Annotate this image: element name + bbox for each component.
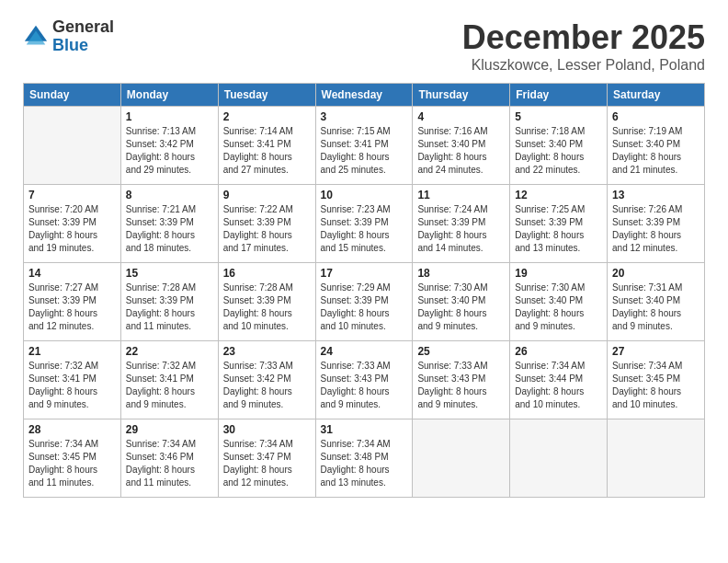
day-info: Sunrise: 7:30 AM Sunset: 3:40 PM Dayligh… (417, 282, 505, 333)
day-number: 5 (515, 110, 602, 123)
calendar-cell: 26Sunrise: 7:34 AM Sunset: 3:44 PM Dayli… (510, 341, 608, 419)
day-info: Sunrise: 7:34 AM Sunset: 3:47 PM Dayligh… (223, 438, 311, 489)
title-section: December 2025 Kluszkowce, Lesser Poland,… (462, 18, 705, 74)
day-info: Sunrise: 7:33 AM Sunset: 3:43 PM Dayligh… (321, 360, 408, 411)
day-info: Sunrise: 7:34 AM Sunset: 3:46 PM Dayligh… (126, 438, 213, 489)
calendar-cell: 27Sunrise: 7:34 AM Sunset: 3:45 PM Dayli… (608, 341, 705, 419)
calendar-cell: 29Sunrise: 7:34 AM Sunset: 3:46 PM Dayli… (120, 419, 218, 498)
day-number: 13 (612, 189, 700, 201)
calendar-cell: 9Sunrise: 7:22 AM Sunset: 3:39 PM Daylig… (218, 185, 315, 263)
day-number: 4 (417, 110, 505, 123)
day-number: 8 (126, 189, 213, 201)
calendar-cell (413, 419, 510, 498)
calendar-header-saturday: Saturday (608, 84, 705, 107)
day-number: 15 (126, 267, 213, 280)
day-number: 18 (417, 267, 505, 280)
location-title: Kluszkowce, Lesser Poland, Poland (462, 57, 705, 74)
calendar-cell: 22Sunrise: 7:32 AM Sunset: 3:41 PM Dayli… (120, 341, 218, 419)
day-info: Sunrise: 7:23 AM Sunset: 3:39 PM Dayligh… (321, 203, 408, 255)
calendar-cell: 25Sunrise: 7:33 AM Sunset: 3:43 PM Dayli… (413, 341, 510, 419)
logo-icon (23, 24, 49, 50)
calendar-cell: 15Sunrise: 7:28 AM Sunset: 3:39 PM Dayli… (120, 263, 218, 341)
calendar-cell: 1Sunrise: 7:13 AM Sunset: 3:42 PM Daylig… (120, 107, 218, 185)
calendar-header-tuesday: Tuesday (218, 84, 315, 107)
day-number: 10 (321, 189, 408, 201)
day-number: 30 (223, 423, 311, 436)
week-row-1: 1Sunrise: 7:13 AM Sunset: 3:42 PM Daylig… (24, 107, 705, 185)
week-row-3: 14Sunrise: 7:27 AM Sunset: 3:39 PM Dayli… (24, 263, 705, 341)
calendar-header-wednesday: Wednesday (315, 84, 413, 107)
day-info: Sunrise: 7:15 AM Sunset: 3:41 PM Dayligh… (321, 125, 408, 177)
day-info: Sunrise: 7:20 AM Sunset: 3:39 PM Dayligh… (28, 203, 116, 255)
day-info: Sunrise: 7:33 AM Sunset: 3:43 PM Dayligh… (417, 360, 505, 411)
calendar-cell: 17Sunrise: 7:29 AM Sunset: 3:39 PM Dayli… (315, 263, 413, 341)
day-number: 3 (321, 110, 408, 123)
day-number: 12 (515, 189, 602, 201)
day-info: Sunrise: 7:25 AM Sunset: 3:39 PM Dayligh… (515, 203, 602, 255)
day-number: 9 (223, 189, 311, 201)
day-number: 29 (126, 423, 213, 436)
calendar-cell: 7Sunrise: 7:20 AM Sunset: 3:39 PM Daylig… (24, 185, 121, 263)
day-number: 27 (612, 345, 700, 358)
calendar-cell: 3Sunrise: 7:15 AM Sunset: 3:41 PM Daylig… (315, 107, 413, 185)
day-info: Sunrise: 7:34 AM Sunset: 3:45 PM Dayligh… (28, 438, 116, 489)
day-number: 6 (612, 110, 700, 123)
calendar-cell: 18Sunrise: 7:30 AM Sunset: 3:40 PM Dayli… (413, 263, 510, 341)
calendar: SundayMondayTuesdayWednesdayThursdayFrid… (23, 83, 705, 498)
day-info: Sunrise: 7:14 AM Sunset: 3:41 PM Dayligh… (223, 125, 311, 177)
day-info: Sunrise: 7:34 AM Sunset: 3:44 PM Dayligh… (515, 360, 602, 411)
calendar-cell: 30Sunrise: 7:34 AM Sunset: 3:47 PM Dayli… (218, 419, 315, 498)
day-number: 19 (515, 267, 602, 280)
calendar-header-monday: Monday (120, 84, 218, 107)
calendar-cell: 13Sunrise: 7:26 AM Sunset: 3:39 PM Dayli… (608, 185, 705, 263)
calendar-header-row: SundayMondayTuesdayWednesdayThursdayFrid… (24, 84, 705, 107)
day-info: Sunrise: 7:30 AM Sunset: 3:40 PM Dayligh… (515, 282, 602, 333)
day-number: 25 (417, 345, 505, 358)
calendar-cell: 12Sunrise: 7:25 AM Sunset: 3:39 PM Dayli… (510, 185, 608, 263)
day-number: 11 (417, 189, 505, 201)
day-info: Sunrise: 7:22 AM Sunset: 3:39 PM Dayligh… (223, 203, 311, 255)
calendar-cell: 24Sunrise: 7:33 AM Sunset: 3:43 PM Dayli… (315, 341, 413, 419)
day-info: Sunrise: 7:33 AM Sunset: 3:42 PM Dayligh… (223, 360, 311, 411)
day-number: 7 (28, 189, 116, 201)
day-number: 31 (321, 423, 408, 436)
calendar-cell: 23Sunrise: 7:33 AM Sunset: 3:42 PM Dayli… (218, 341, 315, 419)
calendar-cell (24, 107, 121, 185)
calendar-cell: 2Sunrise: 7:14 AM Sunset: 3:41 PM Daylig… (218, 107, 315, 185)
week-row-2: 7Sunrise: 7:20 AM Sunset: 3:39 PM Daylig… (24, 185, 705, 263)
calendar-cell: 21Sunrise: 7:32 AM Sunset: 3:41 PM Dayli… (24, 341, 121, 419)
day-info: Sunrise: 7:34 AM Sunset: 3:45 PM Dayligh… (612, 360, 700, 411)
calendar-header-friday: Friday (510, 84, 608, 107)
day-info: Sunrise: 7:34 AM Sunset: 3:48 PM Dayligh… (321, 438, 408, 489)
calendar-cell: 8Sunrise: 7:21 AM Sunset: 3:39 PM Daylig… (120, 185, 218, 263)
day-info: Sunrise: 7:28 AM Sunset: 3:39 PM Dayligh… (126, 282, 213, 333)
calendar-cell: 10Sunrise: 7:23 AM Sunset: 3:39 PM Dayli… (315, 185, 413, 263)
day-number: 2 (223, 110, 311, 123)
day-number: 21 (28, 345, 116, 358)
calendar-cell: 11Sunrise: 7:24 AM Sunset: 3:39 PM Dayli… (413, 185, 510, 263)
day-info: Sunrise: 7:26 AM Sunset: 3:39 PM Dayligh… (612, 203, 700, 255)
day-info: Sunrise: 7:29 AM Sunset: 3:39 PM Dayligh… (321, 282, 408, 333)
week-row-4: 21Sunrise: 7:32 AM Sunset: 3:41 PM Dayli… (24, 341, 705, 419)
calendar-cell: 4Sunrise: 7:16 AM Sunset: 3:40 PM Daylig… (413, 107, 510, 185)
calendar-cell: 5Sunrise: 7:18 AM Sunset: 3:40 PM Daylig… (510, 107, 608, 185)
day-number: 26 (515, 345, 602, 358)
day-info: Sunrise: 7:24 AM Sunset: 3:39 PM Dayligh… (417, 203, 505, 255)
calendar-cell: 28Sunrise: 7:34 AM Sunset: 3:45 PM Dayli… (24, 419, 121, 498)
logo: General Blue (23, 18, 114, 55)
day-number: 20 (612, 267, 700, 280)
calendar-cell (608, 419, 705, 498)
day-number: 14 (28, 267, 116, 280)
calendar-cell (510, 419, 608, 498)
day-info: Sunrise: 7:32 AM Sunset: 3:41 PM Dayligh… (126, 360, 213, 411)
day-info: Sunrise: 7:18 AM Sunset: 3:40 PM Dayligh… (515, 125, 602, 177)
day-number: 1 (126, 110, 213, 123)
day-info: Sunrise: 7:19 AM Sunset: 3:40 PM Dayligh… (612, 125, 700, 177)
day-info: Sunrise: 7:21 AM Sunset: 3:39 PM Dayligh… (126, 203, 213, 255)
day-number: 24 (321, 345, 408, 358)
day-info: Sunrise: 7:31 AM Sunset: 3:40 PM Dayligh… (612, 282, 700, 333)
day-number: 22 (126, 345, 213, 358)
day-info: Sunrise: 7:16 AM Sunset: 3:40 PM Dayligh… (417, 125, 505, 177)
calendar-header-thursday: Thursday (413, 84, 510, 107)
day-info: Sunrise: 7:27 AM Sunset: 3:39 PM Dayligh… (28, 282, 116, 333)
